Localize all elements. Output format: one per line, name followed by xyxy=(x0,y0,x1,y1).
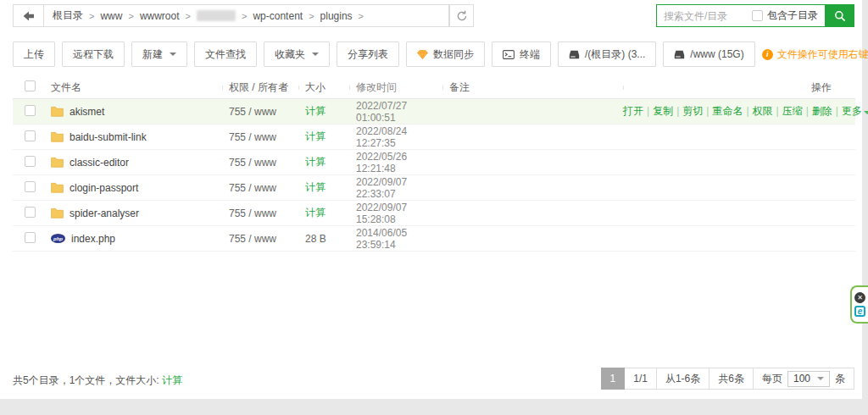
share-list-button[interactable]: 分享列表 xyxy=(337,42,399,67)
file-name[interactable]: baidu-submit-link xyxy=(70,131,147,143)
file-size-cell: 计算 xyxy=(298,130,349,144)
close-icon[interactable]: ✕ xyxy=(854,292,865,303)
file-size-cell: 计算 xyxy=(298,104,349,119)
action-copy[interactable]: 复制 xyxy=(653,105,673,117)
file-name[interactable]: index.php xyxy=(71,233,115,245)
include-subdirs-checkbox[interactable] xyxy=(752,10,763,21)
table-row[interactable]: baidu-submit-link 755 / www 计算 2022/08/2… xyxy=(13,125,855,150)
table-row[interactable]: clogin-passport 755 / www 计算 2022/09/07 … xyxy=(13,175,855,201)
calc-size-link[interactable]: 计算 xyxy=(305,105,326,117)
header-note[interactable]: 备注 xyxy=(442,80,623,95)
remote-download-button[interactable]: 远程下载 xyxy=(62,42,125,67)
action-permission[interactable]: 权限 xyxy=(753,105,773,117)
action-delete[interactable]: 删除 xyxy=(812,105,832,117)
row-checkbox-cell xyxy=(13,181,51,195)
breadcrumb-separator: > xyxy=(359,11,364,21)
table-row[interactable]: spider-analyser 755 / www 计算 2022/09/07 … xyxy=(13,201,855,226)
chevron-down-icon xyxy=(864,111,868,114)
terminal-button[interactable]: 终端 xyxy=(492,42,551,67)
file-name-cell[interactable]: clogin-passport xyxy=(51,182,222,194)
calc-size-link[interactable]: 计算 xyxy=(305,156,326,168)
per-page-select[interactable]: 100 xyxy=(787,371,830,387)
header-filename[interactable]: 文件名 xyxy=(51,80,222,95)
table-row[interactable]: classic-editor 755 / www 计算 2022/05/26 1… xyxy=(13,150,855,175)
breadcrumb-item-root[interactable]: 根目录 xyxy=(53,8,83,23)
search-group: 包含子目录 xyxy=(656,4,854,27)
select-all-checkbox[interactable] xyxy=(25,80,36,91)
total-items: 共6条 xyxy=(709,368,754,390)
row-actions: 打开|复制|剪切|重命名|权限|压缩|删除|更多 xyxy=(623,104,868,119)
action-open[interactable]: 打开 xyxy=(623,105,643,117)
header-size[interactable]: 大小 xyxy=(298,80,349,95)
header-permissions[interactable]: 权限 / 所有者 xyxy=(222,80,298,95)
data-sync-label: 数据同步 xyxy=(433,47,474,62)
file-table: 文件名 权限 / 所有者 大小 修改时间 备注 操作 akismet 755 /… xyxy=(13,76,855,252)
file-name-cell[interactable]: baidu-submit-link xyxy=(51,131,222,143)
action-separator: | xyxy=(836,105,838,117)
breadcrumb-item-wp-content[interactable]: wp-content xyxy=(253,10,303,22)
file-name[interactable]: akismet xyxy=(70,106,104,118)
action-separator: | xyxy=(647,105,649,117)
favorites-dropdown-button[interactable]: 收藏夹 xyxy=(264,42,330,67)
disk-www-button[interactable]: /www (15G) xyxy=(663,42,754,67)
row-checkbox[interactable] xyxy=(25,156,36,167)
breadcrumb-path: 根目录 > www > wwwroot > > wp-content > plu… xyxy=(44,8,372,23)
page-number-current[interactable]: 1 xyxy=(601,368,626,390)
row-checkbox[interactable] xyxy=(25,232,36,243)
file-name[interactable]: classic-editor xyxy=(70,157,129,169)
new-label: 新建 xyxy=(142,47,163,62)
action-compress[interactable]: 压缩 xyxy=(782,105,803,117)
file-name-cell[interactable]: spider-analyser xyxy=(51,208,222,219)
upload-button[interactable]: 上传 xyxy=(13,42,55,67)
terminal-label: 终端 xyxy=(520,47,540,62)
directory-summary: 共5个目录，1个文件，文件大小: 计算 xyxy=(13,374,182,388)
table-row[interactable]: akismet 755 / www 计算 2022/07/27 01:00:51… xyxy=(13,99,855,125)
file-name[interactable]: clogin-passport xyxy=(70,182,138,194)
row-checkbox-cell xyxy=(13,156,51,169)
breadcrumb: 根目录 > www > wwwroot > > wp-content > plu… xyxy=(13,4,449,27)
search-button[interactable] xyxy=(826,4,854,27)
folder-icon xyxy=(51,182,64,193)
per-page-unit: 条 xyxy=(835,372,845,386)
search-icon xyxy=(834,10,846,22)
per-page-cell: 每页 100 条 xyxy=(753,368,854,390)
breadcrumb-item-www[interactable]: www xyxy=(100,10,122,22)
file-permissions: 755 / www xyxy=(222,233,298,245)
file-mtime: 2022/07/27 01:00:51 xyxy=(349,100,442,124)
calc-size-link[interactable]: 计算 xyxy=(305,207,326,219)
refresh-button[interactable] xyxy=(449,4,474,27)
page-range: 从1-6条 xyxy=(656,368,709,390)
file-permissions: 755 / www xyxy=(222,182,298,194)
calc-size-link[interactable]: 计算 xyxy=(305,130,326,142)
disk-root-button[interactable]: /(根目录) (3... xyxy=(558,42,656,67)
include-subdirs-option[interactable]: 包含子目录 xyxy=(752,8,825,23)
table-row[interactable]: php index.php 755 / www 28 B 2014/06/05 … xyxy=(13,226,855,252)
action-separator: | xyxy=(746,105,748,117)
toolbar: 上传 远程下载 新建 文件查找 收藏夹 分享列表 xyxy=(13,42,854,67)
calc-total-size-link[interactable]: 计算 xyxy=(162,374,182,386)
back-button[interactable] xyxy=(14,5,44,26)
row-checkbox[interactable] xyxy=(25,207,36,218)
row-checkbox[interactable] xyxy=(25,105,36,116)
file-name-cell[interactable]: akismet xyxy=(51,106,222,118)
file-search-button[interactable]: 文件查找 xyxy=(194,42,257,67)
search-input[interactable] xyxy=(657,10,752,22)
breadcrumb-item-wwwroot[interactable]: wwwroot xyxy=(140,10,180,22)
header-mtime[interactable]: 修改时间 xyxy=(349,80,442,95)
breadcrumb-item-plugins[interactable]: plugins xyxy=(320,10,353,22)
action-more[interactable]: 更多 xyxy=(842,105,868,117)
row-checkbox[interactable] xyxy=(25,181,36,192)
row-checkbox[interactable] xyxy=(25,130,36,141)
breadcrumb-item-redacted-site[interactable] xyxy=(197,10,236,21)
file-mtime: 2014/06/05 23:59:14 xyxy=(349,227,442,251)
file-name-cell[interactable]: classic-editor xyxy=(51,157,222,169)
e-logo-icon[interactable]: e xyxy=(854,306,865,317)
calc-size-link[interactable]: 计算 xyxy=(305,181,326,193)
new-dropdown-button[interactable]: 新建 xyxy=(131,42,187,67)
file-name[interactable]: spider-analyser xyxy=(70,208,139,219)
file-name-cell[interactable]: php index.php xyxy=(51,233,222,245)
action-cut[interactable]: 剪切 xyxy=(682,105,703,117)
file-size-cell: 计算 xyxy=(298,155,349,169)
data-sync-button[interactable]: 数据同步 xyxy=(406,42,485,67)
action-rename[interactable]: 重命名 xyxy=(712,105,743,117)
